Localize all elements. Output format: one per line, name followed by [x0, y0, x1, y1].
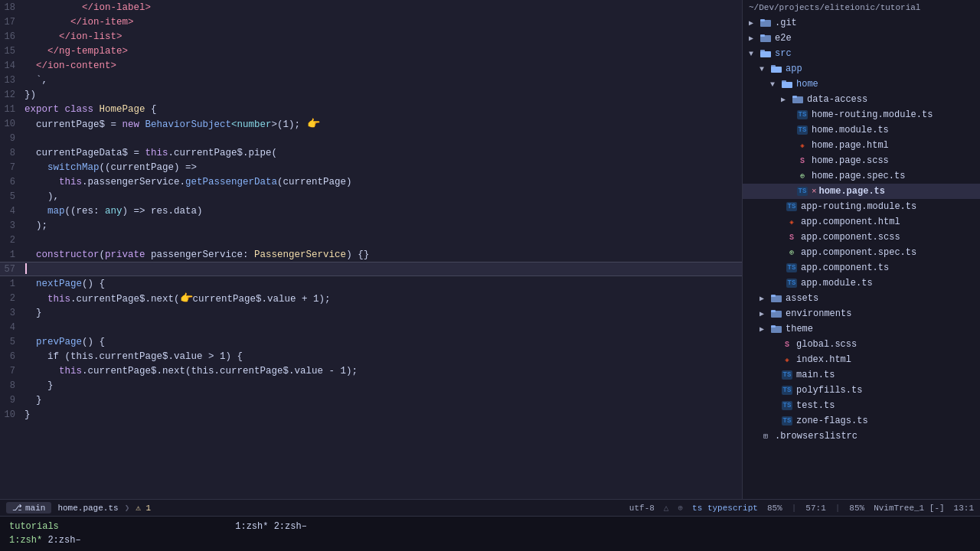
tree-item-home-html[interactable]: ◈home.page.html: [743, 138, 980, 153]
token-tag: </ion-list>: [24, 31, 122, 42]
tree-label-environments: environments: [786, 308, 851, 319]
branch-indicator: ⎇ main: [6, 502, 51, 514]
line-content: switchMap((currentPage) =>: [24, 162, 736, 173]
tree-item-environments[interactable]: ▶environments: [743, 306, 980, 321]
tree-item-app-html[interactable]: ◈app.component.html: [743, 214, 980, 230]
tree-item-data-access[interactable]: ▶data-access: [743, 92, 980, 107]
code-line: 3 }: [0, 305, 742, 320]
tree-icon-folder: [792, 93, 804, 106]
terminal-line-2: 1:zsh* 2:zsh–: [9, 533, 971, 547]
tree-icon-scss: S: [781, 338, 793, 350]
tree-item-home-module[interactable]: TShome.module.ts: [743, 122, 980, 138]
tree-label-home-scss: home.page.scss: [812, 155, 889, 166]
status-sep3: |: [792, 504, 797, 513]
status-position: 13:1: [954, 504, 974, 513]
token-tag: </ion-item>: [24, 17, 134, 28]
code-line: 14 </ion-content>: [0, 58, 742, 73]
token-var: }: [24, 308, 42, 318]
tree-item-main-ts[interactable]: TSmain.ts: [743, 367, 980, 383]
main-area: 18 </ion-label>17 </ion-item>16 </ion-li…: [0, 0, 980, 499]
status-filename: home.page.ts: [57, 504, 118, 513]
tree-item-app-ts[interactable]: TSapp.component.ts: [743, 260, 980, 276]
tree-icon-rc: ⊞: [760, 430, 772, 442]
code-line: 17 </ion-item>: [0, 15, 742, 29]
tree-item-src[interactable]: ▼src: [743, 46, 980, 61]
tree-icon-folder-open: [781, 78, 793, 90]
line-content: currentPage$ = new BehaviorSubject<numbe…: [24, 117, 736, 130]
token-kw: export: [24, 104, 65, 115]
status-bar: ⎇ main home.page.ts ❯ ⚠ 1 utf-8 △ ⊕ ts t…: [0, 499, 980, 516]
code-content[interactable]: 18 </ion-label>17 </ion-item>16 </ion-li…: [0, 0, 742, 499]
tree-item-index-html[interactable]: ◈index.html: [743, 352, 980, 367]
tree-icon-folder: [760, 32, 772, 44]
token-fn: map: [24, 206, 65, 217]
code-line: 7 this.currentPage$.next(this.currentPag…: [0, 364, 742, 378]
token-var: currentPageData$ =: [24, 148, 145, 158]
token-var: currentPage$.value + 1);: [193, 294, 331, 305]
tree-item-app-scss[interactable]: Sapp.component.scss: [743, 230, 980, 245]
code-line: 6 if (this.currentPage$.value > 1) {: [0, 349, 742, 364]
tree-item-git[interactable]: ▶.git: [743, 15, 980, 31]
tree-item-app-routing[interactable]: TSapp-routing.module.ts: [743, 199, 980, 214]
code-line: 3 );: [0, 218, 742, 233]
svg-rect-17: [771, 325, 776, 328]
svg-rect-4: [760, 51, 771, 57]
tree-item-home-routing[interactable]: TShome-routing.module.ts: [743, 107, 980, 122]
tree-item-app-spec[interactable]: ⊕app.component.spec.ts: [743, 245, 980, 260]
tree-arrow-git: ▶: [749, 18, 760, 28]
line-number: 8: [0, 380, 24, 391]
code-line: 9: [0, 131, 742, 145]
token-kw: class: [65, 104, 100, 115]
tree-arrow-data-access: ▶: [781, 95, 792, 104]
tree-item-home-ts[interactable]: TS×home.page.ts: [743, 184, 980, 199]
line-content: </ng-template>: [24, 46, 736, 57]
line-number: 12: [0, 90, 24, 100]
tree-item-e2e[interactable]: ▶e2e: [743, 31, 980, 46]
tree-item-assets[interactable]: ▶assets: [743, 291, 980, 306]
token-kw: this: [24, 177, 82, 187]
token-var: ((currentPage) =>: [100, 162, 198, 173]
token-var: }): [24, 90, 36, 100]
line-content: map((res: any) => res.data): [24, 206, 736, 217]
line-number: 3: [0, 308, 24, 318]
svg-rect-1: [760, 19, 765, 21]
close-icon[interactable]: ×: [812, 187, 817, 196]
cursor-content: [24, 263, 736, 274]
tree-label-data-access: data-access: [807, 94, 867, 105]
tree-icon-html: ◈: [786, 216, 798, 228]
tree-item-test-ts[interactable]: TStest.ts: [743, 398, 980, 413]
line-content: this.currentPage$.next(👉currentPage$.val…: [24, 292, 736, 305]
token-var: .currentPage$.next(this.currentPage$.val…: [82, 366, 358, 377]
svg-rect-7: [771, 65, 776, 67]
cursor-line: 57: [0, 262, 742, 276]
tree-icon-ts: TS: [796, 185, 808, 197]
tree-item-app-module[interactable]: TSapp.module.ts: [743, 276, 980, 291]
tree-item-polyfills-ts[interactable]: TSpolyfills.ts: [743, 383, 980, 398]
term-prompt-1: tutorials: [9, 521, 59, 532]
tree-item-home[interactable]: ▼home: [743, 77, 980, 92]
tree-item-home-scss[interactable]: Shome.page.scss: [743, 153, 980, 168]
token-cls: PassengerService: [254, 249, 346, 260]
tree-label-app-ts: app.component.ts: [801, 262, 889, 273]
token-var: }: [24, 409, 31, 420]
tree-item-app[interactable]: ▼app: [743, 61, 980, 77]
tree-arrow-src: ▼: [749, 50, 760, 58]
line-number: 1: [0, 279, 24, 289]
tree-label-polyfills-ts: polyfills.ts: [796, 385, 862, 396]
token-var: ) {}: [346, 249, 369, 260]
tree-item-home-spec[interactable]: ⊕home.page.spec.ts: [743, 168, 980, 184]
svg-rect-9: [782, 80, 786, 83]
code-line: 12}): [0, 87, 742, 102]
line-number: 7: [0, 162, 24, 173]
file-tree[interactable]: ~/Dev/projects/eliteionic/tutorial ▶.git…: [743, 0, 980, 499]
tree-item-global-scss[interactable]: Sglobal.scss: [743, 337, 980, 352]
tree-item-browserslistrc[interactable]: ⊞.browserslistrc: [743, 429, 980, 444]
tree-label-test-ts: test.ts: [796, 400, 835, 411]
tree-item-zone-flags[interactable]: TSzone-flags.ts: [743, 413, 980, 429]
tree-item-theme[interactable]: ▶theme: [743, 321, 980, 337]
line-number: 2: [0, 293, 24, 304]
token-tag: </ion-label>: [24, 2, 151, 13]
token-kw: new: [122, 119, 145, 130]
token-kw: private: [105, 249, 151, 260]
tree-label-home-spec: home.page.spec.ts: [812, 171, 905, 181]
